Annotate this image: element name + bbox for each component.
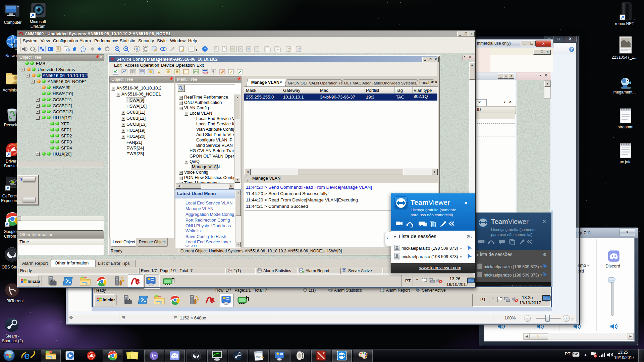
svg-text:e: e <box>24 350 30 361</box>
svg-text:NEW: NEW <box>203 72 209 74</box>
svg-text:?: ? <box>204 47 206 51</box>
